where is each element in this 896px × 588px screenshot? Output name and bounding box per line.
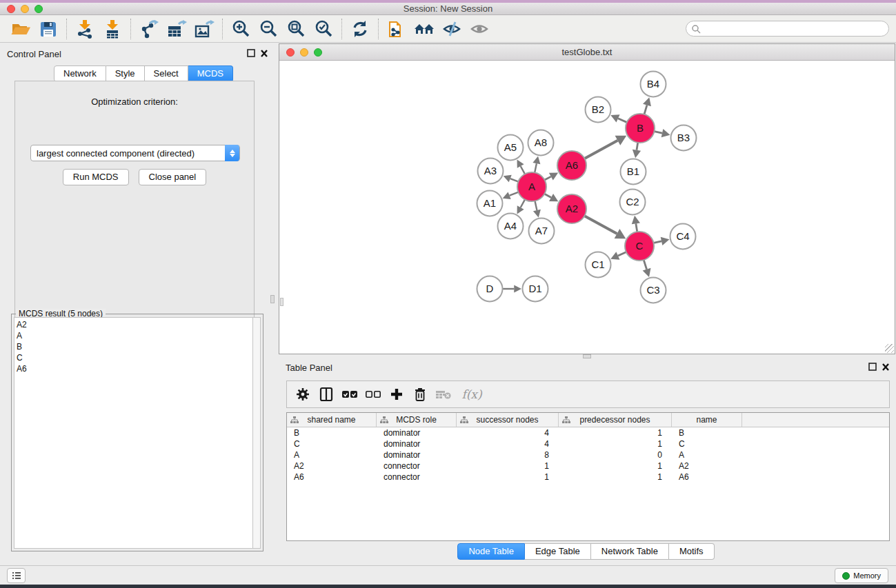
close-window-button[interactable] bbox=[7, 5, 15, 13]
table-row[interactable]: A6connector11A6 bbox=[287, 472, 889, 483]
graph-edge[interactable] bbox=[618, 119, 628, 123]
table-cell[interactable]: C bbox=[672, 438, 742, 449]
export-image-icon[interactable] bbox=[190, 17, 218, 41]
close-panel-icon[interactable] bbox=[259, 49, 269, 58]
graph-edge[interactable] bbox=[584, 141, 618, 159]
tab-mcds[interactable]: MCDS bbox=[188, 65, 233, 82]
table-cell[interactable]: A6 bbox=[287, 472, 377, 483]
window-resize-grip[interactable] bbox=[885, 344, 894, 353]
result-item[interactable]: A bbox=[17, 330, 252, 341]
table-cell[interactable]: dominator bbox=[377, 427, 457, 438]
table-row[interactable]: Cdominator41C bbox=[287, 438, 889, 449]
column-header-shared-name[interactable]: shared name bbox=[287, 413, 377, 427]
table-row[interactable]: A2connector11A2 bbox=[287, 460, 889, 472]
zoom-window-button[interactable] bbox=[314, 48, 322, 57]
export-network-icon[interactable] bbox=[135, 17, 163, 41]
search-input[interactable] bbox=[686, 21, 889, 37]
graph-edge[interactable] bbox=[584, 216, 617, 234]
table-cell[interactable]: 1 bbox=[559, 427, 672, 438]
table-cell[interactable]: A bbox=[672, 449, 742, 460]
column-header-successor-nodes[interactable]: successor nodes bbox=[457, 413, 559, 427]
float-panel-icon[interactable] bbox=[246, 49, 256, 58]
table-cell[interactable]: A2 bbox=[287, 460, 377, 472]
table-cell[interactable]: 8 bbox=[457, 449, 559, 460]
import-table-icon[interactable] bbox=[99, 17, 126, 41]
float-panel-icon[interactable] bbox=[868, 363, 877, 372]
network-canvas[interactable]: B4B2BB3A8A5A6A3B1AA1C2A2A4A7C4CC1C3DD1 bbox=[279, 61, 895, 354]
vertical-split-divider[interactable] bbox=[269, 43, 276, 565]
tab-network-table[interactable]: Network Table bbox=[591, 543, 669, 560]
table-cell[interactable]: C bbox=[287, 438, 377, 449]
tab-edge-table[interactable]: Edge Table bbox=[525, 543, 591, 560]
table-cell[interactable]: A bbox=[287, 449, 377, 460]
zoom-fit-icon[interactable] bbox=[282, 17, 310, 41]
graph-edge[interactable] bbox=[644, 105, 647, 114]
minimize-window-button[interactable] bbox=[300, 48, 308, 57]
table-cell[interactable]: connector bbox=[377, 472, 457, 483]
tab-style[interactable]: Style bbox=[106, 65, 145, 82]
tab-node-table[interactable]: Node Table bbox=[457, 543, 525, 560]
graph-edge[interactable] bbox=[521, 166, 526, 174]
result-item[interactable]: A2 bbox=[17, 319, 252, 330]
graph-edge[interactable] bbox=[510, 192, 519, 195]
table-cell[interactable]: 1 bbox=[559, 472, 672, 483]
delete-column-icon[interactable] bbox=[410, 384, 430, 405]
graph-edge[interactable] bbox=[510, 179, 519, 182]
close-window-button[interactable] bbox=[286, 48, 295, 57]
column-header-name[interactable]: name bbox=[672, 413, 742, 427]
network-from-document-icon[interactable] bbox=[383, 17, 410, 41]
column-header-mcds-role[interactable]: MCDS role bbox=[377, 413, 457, 427]
first-neighbors-icon[interactable] bbox=[410, 17, 438, 41]
table-cell[interactable]: A6 bbox=[672, 472, 742, 483]
clear-selection-icon[interactable] bbox=[363, 384, 384, 405]
table-cell[interactable]: connector bbox=[377, 460, 457, 472]
graph-edge[interactable] bbox=[535, 201, 537, 210]
result-item[interactable]: C bbox=[17, 352, 252, 363]
task-history-button[interactable] bbox=[7, 568, 26, 583]
table-cell[interactable]: 4 bbox=[457, 427, 559, 438]
mcds-result-list[interactable]: A2ABCA6 bbox=[14, 317, 253, 549]
graph-edge[interactable] bbox=[521, 199, 526, 207]
table-cell[interactable]: 4 bbox=[457, 438, 559, 449]
tab-motifs[interactable]: Motifs bbox=[669, 543, 715, 560]
table-cell[interactable]: dominator bbox=[377, 449, 457, 460]
close-panel-icon[interactable] bbox=[881, 363, 890, 372]
graph-edge[interactable] bbox=[618, 252, 627, 256]
result-item[interactable]: B bbox=[17, 341, 252, 352]
close-panel-button[interactable]: Close panel bbox=[139, 169, 207, 185]
table-cell[interactable]: A2 bbox=[672, 460, 742, 472]
add-column-icon[interactable] bbox=[386, 384, 407, 405]
show-columns-icon[interactable] bbox=[316, 384, 337, 405]
run-mcds-button[interactable]: Run MCDS bbox=[63, 169, 129, 185]
hide-selected-icon[interactable] bbox=[438, 17, 466, 41]
table-cell[interactable]: 1 bbox=[457, 460, 559, 472]
settings-gear-icon[interactable] bbox=[292, 384, 313, 405]
table-cell[interactable]: dominator bbox=[377, 438, 457, 449]
graph-edge[interactable] bbox=[644, 259, 647, 270]
criterion-select[interactable]: largest connected component (directed) bbox=[30, 145, 240, 161]
table-cell[interactable]: 1 bbox=[457, 472, 559, 483]
zoom-in-icon[interactable] bbox=[227, 17, 255, 41]
import-network-icon[interactable] bbox=[71, 17, 99, 41]
zoom-out-icon[interactable] bbox=[255, 17, 282, 41]
table-cell[interactable]: B bbox=[287, 427, 377, 438]
zoom-window-button[interactable] bbox=[34, 5, 43, 13]
zoom-selected-icon[interactable] bbox=[310, 17, 337, 41]
select-all-icon[interactable] bbox=[339, 384, 360, 405]
divider-grip[interactable] bbox=[270, 295, 275, 303]
canvas-left-grip[interactable] bbox=[280, 298, 283, 306]
save-session-icon[interactable] bbox=[34, 17, 62, 41]
refresh-layout-icon[interactable] bbox=[346, 17, 374, 41]
memory-button[interactable]: Memory bbox=[835, 568, 888, 583]
column-header-predecessor-nodes[interactable]: predecessor nodes bbox=[559, 413, 672, 427]
table-cell[interactable]: 1 bbox=[559, 438, 672, 449]
graph-edge[interactable] bbox=[535, 163, 537, 173]
minimize-window-button[interactable] bbox=[21, 5, 29, 13]
tab-select[interactable]: Select bbox=[145, 65, 188, 82]
table-cell[interactable]: 1 bbox=[559, 460, 672, 472]
table-row[interactable]: Adominator80A bbox=[287, 449, 889, 460]
result-scrollbar[interactable] bbox=[253, 317, 261, 549]
result-item[interactable]: A6 bbox=[17, 363, 252, 374]
open-folder-icon[interactable] bbox=[7, 17, 34, 41]
table-row[interactable]: Bdominator41B bbox=[287, 427, 889, 438]
